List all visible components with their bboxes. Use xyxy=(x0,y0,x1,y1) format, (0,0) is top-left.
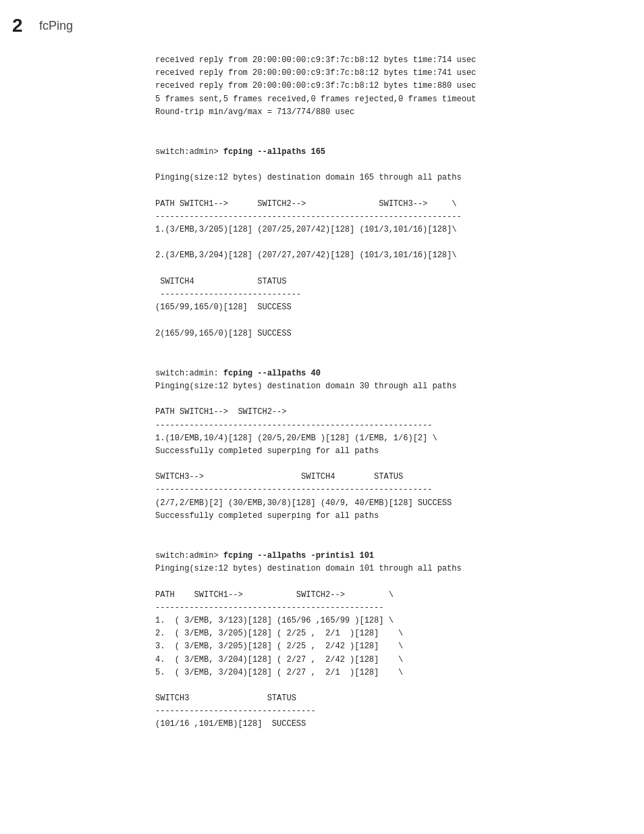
section-allpaths-165: switch:admin> fcping --allpaths 165 Ping… xyxy=(155,146,603,340)
section-allpaths-printisl-101: switch:admin> fcping --allpaths -printis… xyxy=(155,550,603,731)
output-1: Pinging(size:12 bytes) destination domai… xyxy=(155,159,603,340)
command-bold-1: fcping --allpaths 165 xyxy=(223,147,325,157)
command-3: switch:admin> fcping --allpaths -printis… xyxy=(155,550,603,563)
command-bold-2: fcping --allpaths 40 xyxy=(223,369,321,378)
page-number: 2 xyxy=(12,15,23,36)
command-2: switch:admin: fcping --allpaths 40 xyxy=(155,367,603,380)
command-1: switch:admin> fcping --allpaths 165 xyxy=(155,146,603,159)
prompt-2: switch:admin: xyxy=(155,369,223,378)
command-bold-3: fcping --allpaths -printisl 101 xyxy=(223,551,374,561)
content-area: received reply from 20:00:00:00:c9:3f:7c… xyxy=(155,54,644,731)
section-allpaths-40: switch:admin: fcping --allpaths 40 Pingi… xyxy=(155,367,603,523)
intro-section: received reply from 20:00:00:00:c9:3f:7c… xyxy=(155,54,603,119)
chapter-title: fcPing xyxy=(39,19,73,33)
intro-output: received reply from 20:00:00:00:c9:3f:7c… xyxy=(155,54,603,119)
output-3: Pinging(size:12 bytes) destination domai… xyxy=(155,563,603,731)
prompt-1: switch:admin> xyxy=(155,147,223,157)
prompt-3: switch:admin> xyxy=(155,551,223,561)
output-2: Pinging(size:12 bytes) destination domai… xyxy=(155,380,603,523)
